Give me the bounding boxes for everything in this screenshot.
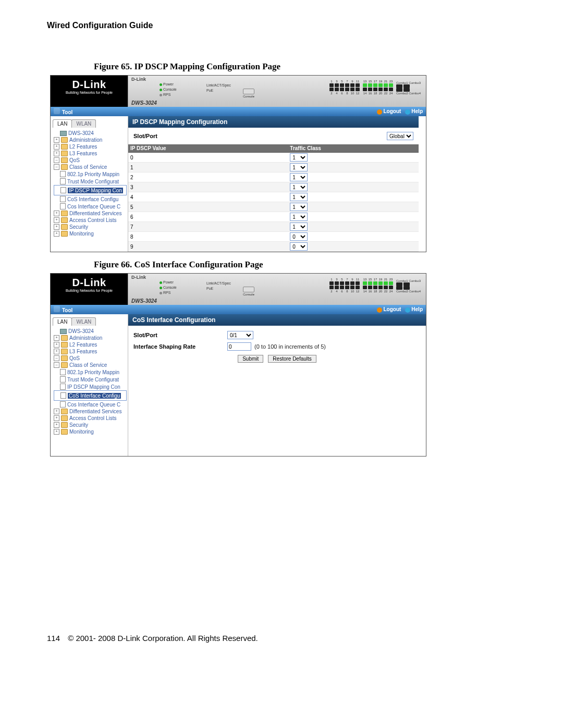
tree-cosif[interactable]: CoS Interface Configu — [54, 195, 127, 203]
tree-acl[interactable]: +Access Control Lists — [54, 217, 127, 224]
restore-button[interactable]: Restore Defaults — [268, 355, 316, 363]
tree-dscp[interactable]: IP DSCP Mapping Con — [54, 185, 127, 195]
slotport-select[interactable]: Global — [387, 132, 413, 140]
dscp-value: 6 — [128, 212, 288, 222]
status-leds-2: Link/ACT/Spec PoE — [206, 281, 231, 291]
traffic-class-select[interactable]: 1 — [290, 193, 308, 201]
tree-sec[interactable]: +Security — [54, 224, 127, 230]
tree-qos[interactable]: –QoS — [54, 355, 127, 362]
traffic-class-select[interactable]: 1 — [290, 173, 308, 181]
slotport-select[interactable]: 0/1 — [227, 331, 253, 339]
tree-cosq[interactable]: Cos Interface Queue C — [54, 401, 127, 408]
traffic-class-select[interactable]: 0 — [290, 232, 308, 241]
panel-title: CoS Interface Configuration — [128, 314, 426, 326]
tree-dscp[interactable]: IP DSCP Mapping Con — [54, 383, 127, 390]
traffic-class-select[interactable]: 1 — [290, 153, 308, 162]
tree-diff[interactable]: +Differentiated Services — [54, 408, 127, 415]
tree-mon[interactable]: +Monitoring — [54, 428, 127, 435]
tree-l2[interactable]: +L2 Features — [54, 143, 127, 150]
tree-sec[interactable]: +Security — [54, 422, 127, 428]
dscp-value: 1 — [128, 163, 288, 172]
tree-8021p[interactable]: 802.1p Priority Mappin — [54, 368, 127, 376]
port-diagram: 1357911 24681012 131517192123 1416182022… — [329, 278, 421, 293]
tool-menu[interactable]: Tool — [54, 306, 72, 313]
tree-cosif[interactable]: CoS Interface Configu — [54, 390, 127, 401]
table-row: 01 — [128, 153, 419, 163]
table-row: 41 — [128, 192, 419, 202]
tool-menu[interactable]: Tool — [54, 108, 72, 115]
tree-l3[interactable]: +L3 Features — [54, 150, 127, 157]
tree-admin[interactable]: +Administration — [54, 137, 127, 143]
page-footer: 114 © 2001- 2008 D-Link Corporation. All… — [47, 634, 516, 643]
figure-65-caption: Figure 65. IP DSCP Mapping Configuration… — [94, 61, 516, 72]
figure-66-screenshot: D-Link Building Networks for People D-Li… — [50, 273, 426, 456]
tree-l3[interactable]: +L3 Features — [54, 348, 127, 355]
traffic-class-select[interactable]: 0 — [290, 242, 308, 251]
tab-lan[interactable]: LAN — [53, 317, 72, 326]
tree-admin[interactable]: +Administration — [54, 335, 127, 341]
rate-label: Interface Shaping Rate — [133, 343, 227, 350]
toolbar: Tool Logout Help — [51, 305, 426, 314]
device-model: DWS-3024 — [131, 298, 157, 304]
content-panel: CoS Interface Configuration Slot/Port 0/… — [128, 314, 426, 456]
traffic-class-select[interactable]: 1 — [290, 203, 308, 211]
traffic-class-select[interactable]: 1 — [290, 213, 308, 221]
traffic-class-select[interactable]: 1 — [290, 223, 308, 231]
col-tc: Traffic Class — [288, 144, 419, 153]
tree-qos[interactable]: –QoS — [54, 157, 127, 164]
tree-trust[interactable]: Trust Mode Configurat — [54, 376, 127, 383]
help-icon — [405, 307, 410, 313]
brand-logo: D-Link Building Networks for People — [51, 274, 128, 305]
tree-cos[interactable]: –Class of Service — [54, 164, 127, 170]
tree-trust[interactable]: Trust Mode Configurat — [54, 178, 127, 185]
toolbar: Tool Logout Help — [51, 107, 426, 116]
figure-66-label: Figure 66. — [94, 260, 132, 269]
logout-button[interactable]: Logout — [377, 306, 401, 312]
figure-65-label: Figure 65. — [94, 61, 132, 71]
tree-root[interactable]: DWS-3024 — [54, 328, 127, 335]
copyright: © 2001- 2008 D-Link Corporation. All Rig… — [68, 634, 258, 643]
tab-lan[interactable]: LAN — [53, 119, 72, 128]
tree-mon[interactable]: +Monitoring — [54, 230, 127, 237]
brand-tagline: Building Networks for People — [51, 289, 128, 292]
tree-root[interactable]: DWS-3024 — [54, 130, 127, 137]
dscp-value: 0 — [128, 153, 288, 163]
tree-l2[interactable]: +L2 Features — [54, 341, 127, 348]
help-icon — [405, 109, 410, 115]
brand-name: D-Link — [51, 277, 128, 289]
dscp-value: 4 — [128, 192, 288, 202]
tool-icon — [54, 108, 60, 114]
status-leds: Power Console RPS — [160, 82, 177, 97]
table-row: 100 — [128, 252, 419, 253]
logout-button[interactable]: Logout — [377, 108, 401, 114]
tab-wlan[interactable]: WLAN — [71, 119, 96, 128]
rate-input[interactable] — [227, 342, 251, 351]
panel-title: IP DSCP Mapping Configuration — [128, 116, 419, 128]
dscp-value: 10 — [128, 252, 288, 253]
tree-acl[interactable]: +Access Control Lists — [54, 415, 127, 422]
dscp-value: 5 — [128, 202, 288, 212]
table-row: 90 — [128, 242, 419, 252]
traffic-class-select[interactable]: 1 — [290, 163, 308, 171]
tab-wlan[interactable]: WLAN — [71, 317, 96, 326]
help-button[interactable]: Help — [405, 108, 423, 114]
combo-label-bot: Combo2 Combo4 — [396, 92, 421, 95]
brand-logo: D-Link Building Networks for People — [51, 76, 128, 107]
tree-8021p[interactable]: 802.1p Priority Mappin — [54, 170, 127, 178]
rate-hint: (0 to 100 in increments of 5) — [254, 343, 326, 350]
tree-cos[interactable]: –Class of Service — [54, 362, 127, 368]
traffic-class-select[interactable]: 1 — [290, 183, 308, 191]
device-panel: D-Link DWS-3024 Power Console RPS Link/A… — [128, 76, 426, 107]
figure-66-caption: Figure 66. CoS Interface Configuration P… — [94, 260, 516, 270]
device-brand: D-Link — [131, 77, 146, 82]
help-button[interactable]: Help — [405, 306, 423, 312]
doc-header: Wired Configuration Guide — [47, 21, 516, 30]
logout-icon — [377, 307, 382, 313]
submit-button[interactable]: Submit — [238, 355, 263, 363]
tool-icon — [54, 306, 60, 312]
port-diagram: 1357911 24681012 131517192123 1416182022… — [329, 80, 421, 95]
table-row: 71 — [128, 222, 419, 232]
tree-cosq[interactable]: Cos Interface Queue C — [54, 203, 127, 210]
tree-diff[interactable]: +Differentiated Services — [54, 210, 127, 217]
slotport-label: Slot/Port — [133, 332, 227, 338]
